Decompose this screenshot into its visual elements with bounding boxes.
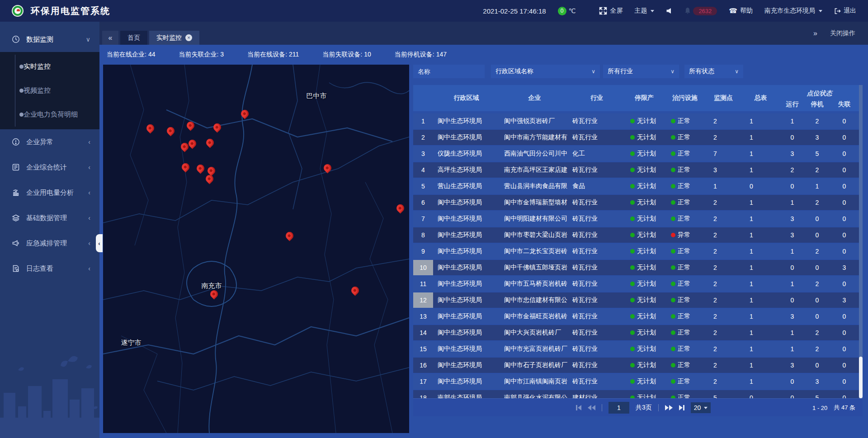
table-row[interactable]: 13 阆中生态环境局 阆中市金福旺页岩机砖 砖瓦行业 无计划 正常 2 1 3 [413,309,859,324]
sidebar-item-realtime-monitor[interactable]: 实时监控 [0,55,99,79]
table-row[interactable]: 12 阆中生态环境局 阆中市忠信建材有限公 砖瓦行业 无计划 正常 2 1 0 [413,292,859,308]
first-page-button[interactable] [576,405,581,410]
table-row[interactable]: 5 营山生态环境局 营山县润丰肉食品有限 食品 无计划 正常 1 0 0 [413,179,859,194]
cell-stopped: 0 [805,211,830,226]
cell-pollution-facility: 正常 [665,325,705,340]
sidebar-item-company-statistics[interactable]: 企业综合统计 ‹ [0,155,99,180]
cell-stopped: 0 [805,260,830,275]
status-dot-icon [630,233,635,237]
submenu-dot-icon [19,65,24,69]
sidebar-item-emergency-reduction[interactable]: 应急减排管理 ‹ [0,231,99,256]
cell-monitor-points: 2 [705,195,741,210]
region-select[interactable]: 行政区域名称 ∨ [491,65,600,78]
sidebar-item-log-view[interactable]: 日志查看 ‹ [0,256,99,281]
sidebar-item-data-monitor[interactable]: 数据监测 ∨ [0,27,99,52]
status-dot-icon [630,265,635,270]
industry-select[interactable]: 所有行业 ∨ [603,65,679,78]
cell-monitor-points: 7 [705,146,741,161]
name-search-input[interactable] [418,68,480,75]
sidebar-item-power-analysis[interactable]: 企业用电量分析 ‹ [0,180,99,205]
industry-select-value: 所有行业 [608,67,633,75]
cell-total-meter: 1 [741,276,780,292]
map[interactable]: 巴中市南充市遂宁市 [103,65,409,433]
next-page-button[interactable] [665,405,673,410]
cell-region: 阆中生态环境局 [433,195,500,210]
row-index: 1 [413,113,433,129]
fullscreen-icon [599,7,607,15]
megaphone-icon [12,239,20,247]
cell-company: 阆中市忠信建材有限公 [500,292,570,308]
cell-monitor-points: 2 [705,374,741,389]
logout-icon [834,8,841,14]
table-row[interactable]: 17 阆中生态环境局 阆中市江南镇阆南页岩 砖瓦行业 无计划 正常 2 1 0 [413,374,859,389]
table-row[interactable]: 2 阆中生态环境局 阆中市南方节能建材有 砖瓦行业 无计划 正常 2 1 0 [413,130,859,145]
col-disconnected: 失联 [830,98,859,111]
help-button[interactable]: ☎ 帮助 [729,7,753,15]
prev-page-button[interactable] [588,405,595,410]
table-row[interactable]: 4 高坪生态环境局 南充市高坪区王家店建 砖瓦行业 无计划 正常 3 1 2 [413,162,859,178]
cell-total-meter: 1 [741,211,780,226]
close-operations-button[interactable]: 关闭操作 [830,29,855,38]
table-row[interactable]: 18 南部生态环境局 南部县强化水泥有限公 建材行业 无计划 正常 5 0 0 [413,390,859,398]
last-page-button[interactable] [679,405,684,410]
table-row[interactable]: 9 阆中生态环境局 阆中市二龙长宝页岩砖 砖瓦行业 无计划 正常 2 1 1 [413,244,859,259]
page-size-select[interactable]: 20 [691,402,711,413]
cell-pollution-facility: 正常 [665,292,705,308]
tabs-scroll-left-button[interactable]: « [102,31,118,45]
chevron-left-icon: ‹ [98,240,100,247]
cell-disconnected: 0 [830,211,859,226]
table-row[interactable]: 11 阆中生态环境局 阆中市五马桥页岩机砖 砖瓦行业 无计划 正常 2 1 1 [413,276,859,292]
table-row[interactable]: 7 阆中生态环境局 阆中明阳建材有限公司 砖瓦行业 无计划 正常 2 1 3 [413,211,859,226]
cell-industry: 砖瓦行业 [570,227,624,243]
cell-pollution-facility: 正常 [665,276,705,292]
table-scrollbar[interactable] [859,85,863,398]
region-select-value: 行政区域名称 [495,67,533,75]
sidebar-item-company-abnormal[interactable]: 企业异常 ‹ [0,129,99,155]
status-select[interactable]: 所有状态 ∨ [684,65,743,78]
cell-stopped: 2 [805,341,830,357]
table-row[interactable]: 3 仪陇生态环境局 西南油气田分公司川中 化工 无计划 正常 7 1 3 [413,146,859,161]
cell-running: 1 [780,276,805,292]
cell-company: 阆中强锐页岩砖厂 [500,113,570,129]
cell-industry: 砖瓦行业 [570,211,624,226]
cell-monitor-points: 2 [705,244,741,259]
cell-total-meter: 1 [741,162,780,178]
status-dot-icon [630,217,635,221]
sidebar-item-video-monitor[interactable]: 视频监控 [0,79,99,103]
tabs-scroll-right-button[interactable]: » [813,29,817,38]
sidebar-item-base-data[interactable]: 基础数据管理 ‹ [0,205,99,231]
tab-home[interactable]: 首页 [120,31,147,45]
table-row[interactable]: 16 阆中生态环境局 阆中市石子页岩机砖厂 砖瓦行业 无计划 正常 2 1 3 [413,358,859,373]
cell-disconnected: 0 [830,113,859,129]
table-row[interactable]: 15 阆中生态环境局 阆中市光富页岩机砖厂 砖瓦行业 无计划 正常 2 1 1 [413,341,859,357]
tab-realtime-monitor[interactable]: 实时监控 × [149,31,199,45]
logout-button[interactable]: 退出 [834,7,856,15]
table-row[interactable]: 8 阆中生态环境局 阆中市枣碧大梁山页岩 砖瓦行业 无计划 异常 2 1 3 [413,227,859,243]
close-icon[interactable]: × [185,34,192,41]
name-search-input-box[interactable] [413,65,485,78]
sound-button[interactable] [666,8,672,14]
fullscreen-button[interactable]: 全屏 [599,7,623,15]
submenu-rail [15,79,15,103]
sidebar-item-label: 数据监测 [26,35,53,44]
cell-disconnected: 0 [830,130,859,145]
cell-disconnected: 0 [830,162,859,178]
cell-region: 营山生态环境局 [433,179,500,194]
table-row[interactable]: 14 阆中生态环境局 阆中大兴页岩机砖厂 砖瓦行业 无计划 正常 2 1 1 [413,325,859,340]
status-dot-icon [630,184,635,188]
sidebar-item-power-load-detail[interactable]: 企业电力负荷明细 [0,103,99,127]
table-row[interactable]: 10 阆中生态环境局 阆中千佛镇五郎垭页岩 砖瓦行业 无计划 正常 2 1 0 [413,260,859,275]
table-row[interactable]: 1 阆中生态环境局 阆中强锐页岩砖厂 砖瓦行业 无计划 正常 2 1 1 [413,113,859,129]
row-index: 6 [413,195,433,210]
table-row[interactable]: 6 阆中生态环境局 阆中市金博瑞新型墙材 砖瓦行业 无计划 正常 2 1 1 [413,195,859,210]
notification-count-badge[interactable]: 2632 [693,7,717,15]
page-number-input[interactable]: 1 [609,402,629,414]
org-dropdown[interactable]: 南充市生态环境局 [764,7,822,15]
cell-total-meter: 1 [741,325,780,340]
cell-total-meter: 0 [741,390,780,398]
theme-dropdown[interactable]: 主题 [634,7,654,15]
status-dot-icon [671,135,675,140]
scrollbar-thumb[interactable] [859,357,863,398]
cell-region: 阆中生态环境局 [433,227,500,243]
sidebar-collapse-button[interactable]: ‹ [96,234,103,252]
